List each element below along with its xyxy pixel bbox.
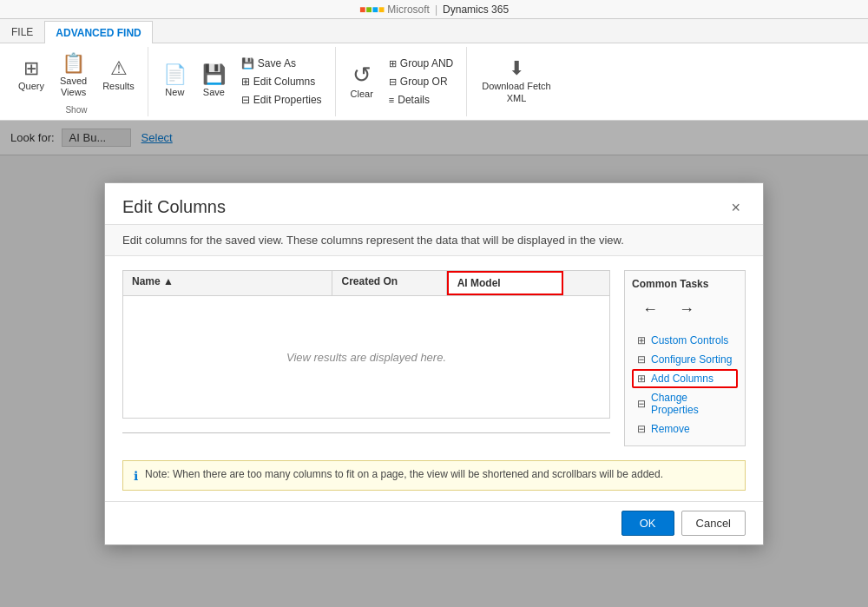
add-columns-icon: ⊞ bbox=[637, 373, 646, 385]
save-button[interactable]: 💾 Save bbox=[196, 56, 232, 108]
details-icon: ≡ bbox=[389, 95, 394, 105]
details-button[interactable]: ≡ Details bbox=[383, 91, 459, 109]
clear-group: ↺ Clear ⊞ Group AND ⊟ Group OR ≡ Details bbox=[338, 47, 468, 116]
task-custom-controls[interactable]: ⊞ Custom Controls bbox=[632, 331, 738, 350]
show-group-label: Show bbox=[65, 105, 87, 115]
tab-file[interactable]: FILE bbox=[0, 20, 44, 43]
columns-header: Name ▲ Created On AI Model bbox=[123, 271, 609, 296]
download-label: Download FetchXML bbox=[482, 81, 551, 103]
ok-button[interactable]: OK bbox=[621, 511, 674, 536]
note-text: Note: When there are too many columns to… bbox=[145, 468, 663, 480]
task-configure-sorting[interactable]: ⊟ Configure Sorting bbox=[632, 350, 738, 369]
note-icon: ℹ bbox=[134, 469, 138, 483]
edit-properties-icon: ⊟ bbox=[241, 94, 250, 106]
col-header-created-on: Created On bbox=[332, 271, 446, 295]
ms-logo: ■■■■ Microsoft bbox=[359, 3, 430, 16]
change-properties-icon: ⊟ bbox=[637, 398, 646, 410]
remove-icon: ⊟ bbox=[637, 423, 646, 435]
group-and-button[interactable]: ⊞ Group AND bbox=[383, 55, 459, 72]
group-or-button[interactable]: ⊟ Group OR bbox=[383, 73, 459, 90]
group-or-icon: ⊟ bbox=[389, 76, 397, 88]
task-remove[interactable]: ⊟ Remove bbox=[632, 419, 738, 439]
saved-views-label: SavedViews bbox=[60, 76, 87, 98]
new-save-items: 📄 New 💾 Save 💾 Save As ⊞ Edit Columns bbox=[157, 49, 328, 115]
download-button[interactable]: ⬇ Download FetchXML bbox=[476, 56, 557, 108]
group-options-column: ⊞ Group AND ⊟ Group OR ≡ Details bbox=[383, 55, 459, 109]
group-and-label: Group AND bbox=[400, 57, 453, 69]
common-tasks-panel: Common Tasks ← → ⊞ Custom Controls ⊟ Con… bbox=[624, 270, 746, 446]
edit-properties-button[interactable]: ⊟ Edit Properties bbox=[235, 91, 328, 109]
dialog-footer: OK Cancel bbox=[105, 501, 763, 544]
dialog-title: Edit Columns bbox=[122, 197, 226, 217]
download-group: ⬇ Download FetchXML bbox=[469, 47, 564, 116]
cancel-button[interactable]: Cancel bbox=[681, 511, 746, 536]
separator: | bbox=[435, 3, 437, 16]
new-label: New bbox=[165, 87, 184, 98]
col-created-on-label: Created On bbox=[341, 275, 398, 287]
task-add-columns[interactable]: ⊞ Add Columns bbox=[632, 369, 738, 388]
columns-empty-message: View results are displayed here. bbox=[123, 296, 609, 418]
columns-area: Name ▲ Created On AI Model View results … bbox=[122, 270, 610, 446]
dialog-description: Edit columns for the saved view. These c… bbox=[105, 225, 763, 256]
col-header-spacer bbox=[563, 271, 609, 295]
columns-footer-line bbox=[122, 432, 610, 433]
details-label: Details bbox=[398, 94, 430, 106]
query-label: Query bbox=[18, 81, 44, 92]
col-ai-model-label: AI Model bbox=[457, 277, 501, 289]
save-as-icon: 💾 bbox=[241, 57, 254, 69]
group-or-label: Group OR bbox=[400, 76, 448, 88]
app-name: Dynamics 365 bbox=[443, 3, 509, 16]
nav-right-button[interactable]: → bbox=[675, 299, 698, 320]
results-button[interactable]: ⚠ Results bbox=[96, 50, 141, 102]
edit-columns-button[interactable]: ⊞ Edit Columns bbox=[235, 73, 328, 90]
task-change-properties[interactable]: ⊟ Change Properties bbox=[632, 388, 738, 419]
ribbon: FILE ADVANCED FIND ⊞ Query 📋 SavedViews … bbox=[0, 19, 868, 121]
clear-items: ↺ Clear ⊞ Group AND ⊟ Group OR ≡ Details bbox=[345, 49, 460, 115]
dialog-header: Edit Columns × bbox=[105, 183, 763, 225]
configure-sorting-label: Configure Sorting bbox=[651, 353, 732, 366]
change-properties-label: Change Properties bbox=[651, 392, 733, 416]
configure-sorting-icon: ⊟ bbox=[637, 353, 646, 366]
show-group-items: ⊞ Query 📋 SavedViews ⚠ Results bbox=[12, 49, 141, 103]
results-label: Results bbox=[102, 81, 135, 92]
remove-label: Remove bbox=[651, 423, 690, 435]
download-items: ⬇ Download FetchXML bbox=[476, 49, 557, 115]
query-button[interactable]: ⊞ Query bbox=[12, 50, 50, 102]
query-icon: ⊞ bbox=[23, 59, 39, 78]
edit-properties-label: Edit Properties bbox=[253, 94, 322, 106]
edit-columns-dialog: Edit Columns × Edit columns for the save… bbox=[104, 182, 764, 545]
save-as-label: Save As bbox=[258, 57, 296, 69]
dialog-close-button[interactable]: × bbox=[726, 198, 746, 217]
new-button[interactable]: 📄 New bbox=[157, 56, 193, 108]
save-as-button[interactable]: 💾 Save As bbox=[235, 55, 328, 72]
edit-columns-icon: ⊞ bbox=[241, 76, 250, 88]
add-columns-label: Add Columns bbox=[651, 373, 713, 385]
save-options-column: 💾 Save As ⊞ Edit Columns ⊟ Edit Properti… bbox=[235, 55, 328, 109]
common-tasks-title: Common Tasks bbox=[632, 278, 738, 290]
save-label: Save bbox=[203, 87, 225, 98]
saved-views-icon: 📋 bbox=[62, 54, 85, 73]
col-name-label: Name ▲ bbox=[132, 275, 174, 287]
nav-arrows: ← → bbox=[632, 299, 738, 320]
custom-controls-icon: ⊞ bbox=[637, 334, 646, 346]
col-header-name: Name ▲ bbox=[123, 271, 332, 295]
custom-controls-label: Custom Controls bbox=[651, 334, 728, 346]
edit-columns-label: Edit Columns bbox=[253, 76, 315, 88]
ribbon-content: ⊞ Query 📋 SavedViews ⚠ Results Show 📄 bbox=[0, 43, 868, 120]
clear-icon: ↺ bbox=[352, 63, 372, 86]
clear-label: Clear bbox=[351, 89, 373, 100]
ribbon-tabs: FILE ADVANCED FIND bbox=[0, 19, 868, 43]
top-bar: ■■■■ Microsoft | Dynamics 365 bbox=[0, 0, 868, 19]
col-header-ai-model: AI Model bbox=[447, 271, 563, 295]
nav-left-button[interactable]: ← bbox=[639, 299, 661, 320]
new-icon: 📄 bbox=[163, 65, 187, 84]
clear-button[interactable]: ↺ Clear bbox=[345, 56, 379, 108]
note-box: ℹ Note: When there are too many columns … bbox=[122, 460, 746, 491]
columns-table: Name ▲ Created On AI Model View results … bbox=[122, 270, 610, 419]
new-save-group: 📄 New 💾 Save 💾 Save As ⊞ Edit Columns bbox=[150, 47, 336, 116]
save-icon: 💾 bbox=[202, 65, 226, 84]
dialog-body: Name ▲ Created On AI Model View results … bbox=[105, 256, 763, 460]
saved-views-button[interactable]: 📋 SavedViews bbox=[54, 50, 93, 102]
group-and-icon: ⊞ bbox=[389, 58, 397, 69]
tab-advanced-find[interactable]: ADVANCED FIND bbox=[44, 21, 152, 43]
